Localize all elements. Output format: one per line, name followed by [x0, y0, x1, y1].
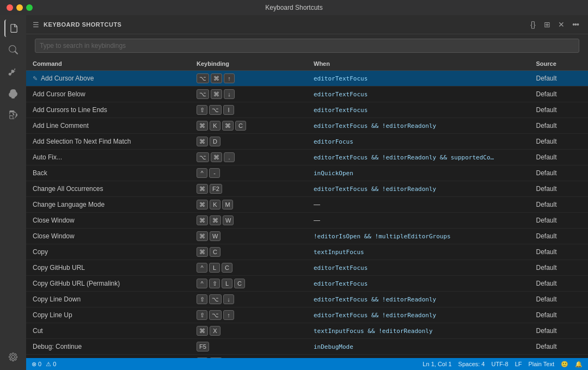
activity-settings[interactable] — [4, 348, 22, 366]
key-combo: ^- — [197, 168, 301, 178]
when-value: editorTextFocus — [314, 280, 367, 287]
cell-keybinding: ⌘F2 — [190, 181, 307, 197]
table-row[interactable]: Debug: ContinueF5inDebugModeDefault — [26, 339, 588, 355]
cell-command: Add Line Comment — [26, 118, 190, 134]
cell-when: editorTextFocus && !editorReadonly — [307, 307, 530, 323]
key-combo: ⇧⌥↑ — [197, 310, 301, 320]
table-row[interactable]: ✎Add Cursor Above⌥⌘↑editorTextFocusDefau… — [26, 71, 588, 87]
status-position[interactable]: Ln 1, Col 1 — [422, 361, 451, 367]
key-combo: ⇧⌥↓ — [197, 294, 301, 304]
status-encoding[interactable]: UTF-8 — [491, 361, 508, 367]
activity-extensions[interactable] — [4, 107, 22, 124]
command-label: Copy Line Down — [33, 295, 81, 303]
table-row[interactable]: Change Language Mode⌘KM—Default — [26, 197, 588, 213]
command-label: Add Cursor Above — [41, 75, 94, 82]
when-value: !editorIsOpen && !multipleEditorGroups — [314, 233, 451, 240]
cell-when: editorTextFocus — [307, 260, 530, 276]
table-row[interactable]: Add Selection To Next Find Match⌘Deditor… — [26, 134, 588, 150]
search-input[interactable] — [40, 42, 574, 50]
key-badge: ⌘ — [211, 73, 222, 83]
cell-command: Copy GitHub URL — [26, 260, 190, 276]
braces-icon: {} — [530, 20, 535, 29]
key-combo: ⌘X — [197, 326, 301, 336]
key-badge: ⇧ — [197, 294, 207, 304]
source-value: Default — [536, 90, 557, 98]
cell-source: Default — [530, 292, 589, 307]
status-warnings[interactable]: ⚠ 0 — [46, 361, 56, 368]
activity-scm[interactable] — [4, 63, 22, 81]
source-value: Default — [536, 248, 557, 256]
activity-explorer[interactable] — [4, 20, 22, 37]
cell-when: editorTextFocus — [307, 102, 530, 118]
table-row[interactable]: Copy GitHub URL^LCeditorTextFocusDefault — [26, 260, 588, 276]
source-value: Default — [536, 106, 557, 114]
table-row[interactable]: Back^-inQuickOpenDefault — [26, 165, 588, 181]
cell-when: !editorIsOpen && !multipleEditorGroups — [307, 229, 530, 244]
cell-keybinding: ⌘KM — [190, 197, 307, 213]
activity-debug[interactable] — [4, 85, 22, 102]
cell-when: inDebugMode — [307, 339, 530, 355]
hamburger-menu-icon[interactable]: ☰ — [33, 21, 39, 29]
cell-source: Default — [530, 87, 589, 102]
key-badge: L — [209, 263, 220, 273]
table-row[interactable]: Copy GitHub URL (Permalink)^⇧LCeditorTex… — [26, 276, 588, 292]
status-bell[interactable]: 🔔 — [575, 361, 583, 368]
table-row[interactable]: Copy Line Up⇧⌥↑editorTextFocus && !edito… — [26, 307, 588, 323]
cell-keybinding: ⇧⌥I — [190, 102, 307, 118]
maximize-traffic-light[interactable] — [26, 4, 33, 11]
activity-search[interactable] — [4, 41, 22, 59]
cell-keybinding: ⌥⌘. — [190, 150, 307, 165]
col-header-when: When — [307, 57, 530, 71]
status-bar: ⊗ 0 ⚠ 0 Ln 1, Col 1 Spaces: 4 UTF-8 LF P… — [26, 358, 588, 370]
status-line-ending[interactable]: LF — [515, 361, 522, 367]
cell-keybinding: ^LC — [190, 260, 307, 276]
shortcuts-table-container[interactable]: Command Keybinding When Source — [26, 57, 588, 358]
table-row[interactable]: Copy Line Down⇧⌥↓editorTextFocus && !edi… — [26, 292, 588, 307]
split-editor-button[interactable]: ⊞ — [541, 18, 553, 30]
cell-when: editorTextFocus && !editorReadonly — [307, 292, 530, 307]
source-value: Default — [536, 343, 557, 350]
cell-source: Default — [530, 150, 589, 165]
cell-command: Copy GitHub URL (Permalink) — [26, 276, 190, 292]
cell-command: Add Cursors to Line Ends — [26, 102, 190, 118]
close-traffic-light[interactable] — [7, 4, 13, 11]
key-badge: I — [223, 105, 234, 115]
cell-command: Change All Occurrences — [26, 181, 190, 197]
table-row[interactable]: Add Cursors to Line Ends⇧⌥IeditorTextFoc… — [26, 102, 588, 118]
table-row[interactable]: Close Window⌘W!editorIsOpen && !multiple… — [26, 229, 588, 244]
table-row[interactable]: Auto Fix...⌥⌘.editorTextFocus && !editor… — [26, 150, 588, 165]
key-combo: ⌥⌘↑ — [197, 73, 301, 83]
status-spaces[interactable]: Spaces: 4 — [458, 361, 485, 367]
status-language[interactable]: Plain Text — [529, 361, 555, 367]
cell-when: editorTextFocus — [307, 71, 530, 87]
when-value: inDebugMode — [314, 343, 353, 350]
source-value: Default — [536, 264, 557, 272]
cell-source: Default — [530, 181, 589, 197]
source-value: Default — [536, 138, 557, 145]
open-keybindings-json-button[interactable]: {} — [527, 18, 539, 30]
key-badge: C — [210, 247, 220, 257]
key-badge: ⌘ — [211, 152, 222, 162]
key-badge: D — [210, 137, 220, 146]
cell-keybinding: ⌘W — [190, 229, 307, 244]
minimize-traffic-light[interactable] — [16, 4, 23, 11]
error-icon: ⊗ — [32, 361, 38, 367]
table-row[interactable]: Add Cursor Below⌥⌘↓editorTextFocusDefaul… — [26, 87, 588, 102]
table-row[interactable]: Copy⌘CtextInputFocusDefault — [26, 244, 588, 260]
close-panel-button[interactable]: ✕ — [555, 18, 567, 30]
source-value: Default — [536, 280, 557, 287]
more-actions-button[interactable]: ••• — [569, 18, 581, 30]
main-panel: ☰ Keyboard Shortcuts {} ⊞ ✕ ••• — [26, 15, 588, 370]
table-row[interactable]: Add Line Comment⌘K⌘CeditorTextFocus && !… — [26, 118, 588, 134]
command-label: Add Line Comment — [33, 122, 89, 130]
status-emoji[interactable]: 🙂 — [561, 361, 568, 368]
command-label: Copy Line Up — [33, 311, 72, 319]
table-row[interactable]: Cut⌘XtextInputFocus && !editorReadonlyDe… — [26, 323, 588, 339]
table-row[interactable]: Change All Occurrences⌘F2editorTextFocus… — [26, 181, 588, 197]
source-value: Default — [536, 122, 557, 130]
cell-command: Change Language Mode — [26, 197, 190, 213]
table-row[interactable]: Close Window⌘⌘W—Default — [26, 213, 588, 229]
status-errors[interactable]: ⊗ 0 — [32, 361, 41, 368]
key-badge: ⌘ — [197, 247, 208, 257]
cell-command: Copy — [26, 244, 190, 260]
